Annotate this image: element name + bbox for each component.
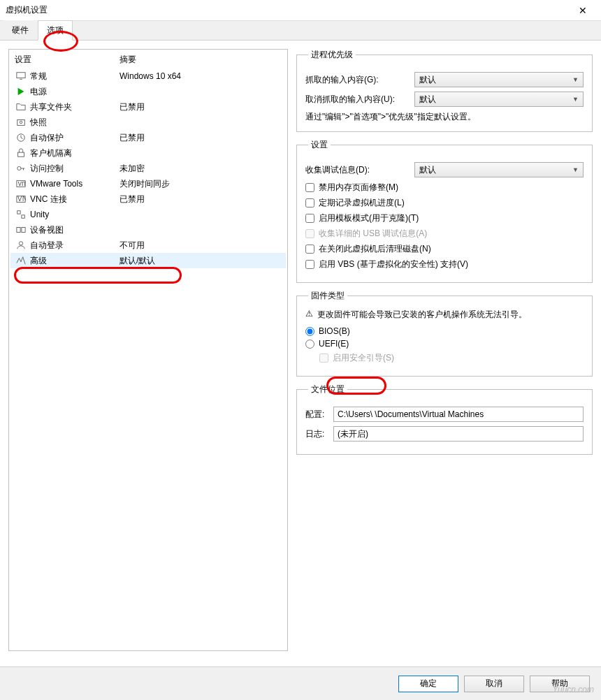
cb-disable-trim-label: 禁用内存页面修整(M) <box>319 182 398 194</box>
item-name: 自动保护 <box>30 132 120 144</box>
file-location-legend: 文件位置 <box>308 384 347 395</box>
list-item-monitor[interactable]: 常规Windows 10 x64 <box>10 68 286 84</box>
log-label: 日志: <box>305 428 333 440</box>
grabbed-dropdown[interactable]: 默认▼ <box>414 72 584 87</box>
auto-icon <box>15 240 27 251</box>
close-icon[interactable]: ✕ <box>570 5 595 16</box>
item-name: Unity <box>30 210 120 219</box>
item-name: 访问控制 <box>30 163 120 175</box>
cb-vbs-label: 启用 VBS (基于虚拟化的安全性) 支持(V) <box>319 258 468 270</box>
list-item-vnc[interactable]: VNCVNC 连接已禁用 <box>10 191 286 207</box>
cb-disable-trim[interactable] <box>305 183 314 192</box>
chevron-down-icon: ▼ <box>572 76 579 83</box>
list-item-camera[interactable]: 快照 <box>10 115 286 130</box>
item-name: 客户机隔离 <box>30 147 120 159</box>
tab-options[interactable]: 选项 <box>38 20 73 41</box>
item-name: VNC 连接 <box>30 194 120 205</box>
debug-dropdown[interactable]: 默认▼ <box>414 162 584 177</box>
cb-clean-disk[interactable] <box>305 245 314 254</box>
log-path-input[interactable]: (未开启) <box>333 426 584 442</box>
ok-button[interactable]: 确定 <box>398 676 458 692</box>
svg-rect-0 <box>17 73 25 78</box>
svg-rect-14 <box>17 211 20 214</box>
watermark: Yuucn.com <box>552 685 594 694</box>
debug-label: 收集调试信息(D): <box>305 164 414 176</box>
item-name: 自动登录 <box>30 240 120 251</box>
svg-marker-2 <box>18 88 24 96</box>
device-icon <box>15 224 27 235</box>
list-item-device[interactable]: 设备视图 <box>10 222 286 238</box>
list-item-key[interactable]: 访问控制未加密 <box>10 161 286 176</box>
ungrabbed-label: 取消抓取的输入内容(U): <box>305 94 414 105</box>
tab-strip: 硬件 选项 <box>0 21 601 41</box>
cb-vbs[interactable] <box>305 260 314 269</box>
cb-secure-boot-label: 启用安全引导(S) <box>333 352 394 364</box>
titlebar: 虚拟机设置 ✕ <box>0 0 601 21</box>
priority-group: 进程优先级 抓取的输入内容(G): 默认▼ 取消抓取的输入内容(U): 默认▼ … <box>296 49 593 132</box>
firmware-group: 固件类型 ⚠ 更改固件可能会导致已安装的客户机操作系统无法引导。 BIOS(B)… <box>296 290 593 377</box>
radio-uefi[interactable] <box>305 340 314 349</box>
svg-point-18 <box>19 242 22 245</box>
firmware-legend: 固件类型 <box>308 290 347 302</box>
settings-group: 设置 收集调试信息(D): 默认▼ 禁用内存页面修整(M) 定期记录虚拟机进度(… <box>296 139 593 283</box>
cancel-button[interactable]: 取消 <box>464 676 524 692</box>
unity-icon <box>15 209 27 220</box>
list-header: 设置 摘要 <box>10 51 286 68</box>
svg-rect-16 <box>17 228 20 233</box>
item-summary: 未加密 <box>120 163 282 175</box>
tab-hardware[interactable]: 硬件 <box>3 20 38 40</box>
cb-usb-debug-label: 收集详细的 USB 调试信息(A) <box>319 228 427 240</box>
cb-template-label: 启用模板模式(用于克隆)(T) <box>319 212 419 224</box>
radio-uefi-label: UEFI(E) <box>319 339 349 349</box>
list-item-clock[interactable]: 自动保护已禁用 <box>10 130 286 145</box>
list-item-auto[interactable]: 自动登录不可用 <box>10 238 286 253</box>
list-item-unity[interactable]: Unity <box>10 207 286 222</box>
chevron-down-icon: ▼ <box>572 166 579 173</box>
cb-log-progress-label: 定期记录虚拟机进度(L) <box>319 197 405 209</box>
vnc-icon: VNC <box>15 194 27 205</box>
warning-icon: ⚠ <box>305 309 313 319</box>
config-path-input[interactable]: C:\Users\ \Documents\Virtual Machines <box>333 407 584 422</box>
vm-icon: vm <box>15 178 27 189</box>
settings-list: 设置 摘要 常规Windows 10 x64电源共享文件夹已禁用快照自动保护已禁… <box>8 49 288 651</box>
list-item-play[interactable]: 电源 <box>10 84 286 99</box>
svg-rect-15 <box>22 215 24 218</box>
cb-usb-debug <box>305 229 314 238</box>
cb-log-progress[interactable] <box>305 198 314 207</box>
clock-icon <box>15 132 27 143</box>
svg-point-4 <box>20 121 22 124</box>
button-bar: 确定 取消 帮助 <box>0 666 601 700</box>
adv-icon <box>15 255 27 266</box>
svg-point-7 <box>17 166 21 170</box>
header-setting: 设置 <box>15 54 120 66</box>
ungrabbed-dropdown[interactable]: 默认▼ <box>414 92 584 107</box>
content-area: 设置 摘要 常规Windows 10 x64电源共享文件夹已禁用快照自动保护已禁… <box>0 41 601 659</box>
item-summary: 已禁用 <box>120 194 282 205</box>
cb-clean-disk-label: 在关闭此虚拟机后清理磁盘(N) <box>319 243 431 255</box>
svg-rect-17 <box>22 228 25 233</box>
item-name: 共享文件夹 <box>30 101 120 113</box>
settings-legend: 设置 <box>308 139 331 151</box>
svg-rect-3 <box>17 120 25 126</box>
folder-icon <box>15 101 27 112</box>
item-summary: 关闭时间同步 <box>120 178 282 190</box>
list-item-vm[interactable]: vmVMware Tools关闭时间同步 <box>10 176 286 191</box>
list-item-folder[interactable]: 共享文件夹已禁用 <box>10 99 286 115</box>
play-icon <box>15 86 27 97</box>
item-name: VMware Tools <box>30 179 120 189</box>
radio-bios[interactable] <box>305 327 314 336</box>
lock-icon <box>15 147 27 159</box>
list-item-adv[interactable]: 高级默认/默认 <box>10 253 286 268</box>
window-title: 虚拟机设置 <box>6 4 570 16</box>
chevron-down-icon: ▼ <box>572 96 579 103</box>
item-summary: 已禁用 <box>120 101 282 113</box>
firmware-warning: 更改固件可能会导致已安装的客户机操作系统无法引导。 <box>317 309 527 321</box>
svg-text:VNC: VNC <box>17 194 26 203</box>
options-panel: 进程优先级 抓取的输入内容(G): 默认▼ 取消抓取的输入内容(U): 默认▼ … <box>296 49 593 651</box>
svg-rect-6 <box>18 152 24 156</box>
cb-template[interactable] <box>305 214 314 223</box>
grabbed-label: 抓取的输入内容(G): <box>305 74 414 86</box>
list-item-lock[interactable]: 客户机隔离 <box>10 145 286 161</box>
radio-bios-label: BIOS(B) <box>319 326 350 336</box>
monitor-icon <box>15 71 27 82</box>
